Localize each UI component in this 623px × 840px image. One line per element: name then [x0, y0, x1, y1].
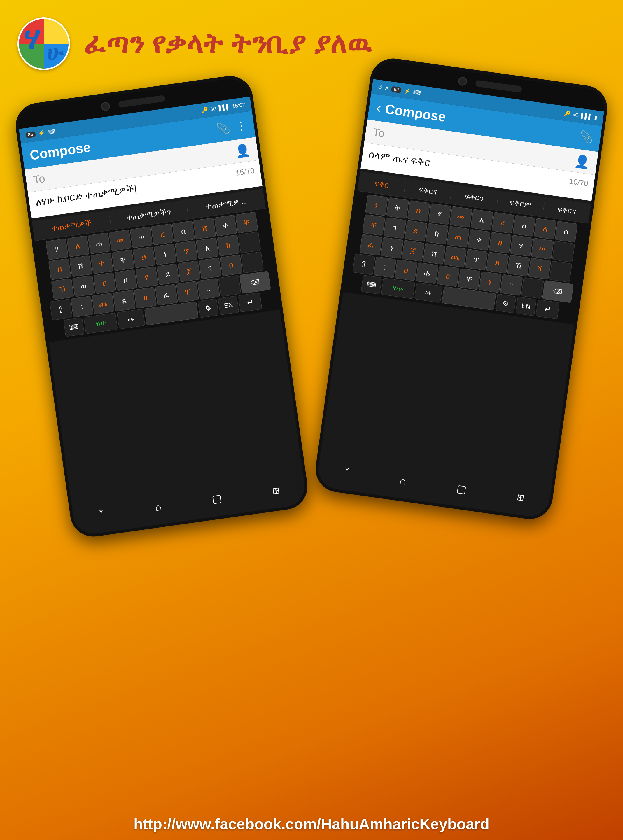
key[interactable]: ጀ [178, 261, 200, 282]
key[interactable]: ሐ [87, 233, 110, 254]
key[interactable]: የ [135, 267, 158, 288]
nav-back-left[interactable]: ˅ [98, 508, 106, 522]
key[interactable]: ተ [91, 253, 113, 274]
key[interactable]: ፐ [465, 249, 488, 271]
key[interactable]: ሸ [423, 243, 445, 265]
nav-home-right[interactable]: ⌂ [399, 474, 407, 487]
key[interactable]: : [71, 296, 93, 317]
key[interactable]: ጸ [486, 252, 509, 274]
settings-key-right[interactable]: ⚙ [495, 294, 516, 313]
key[interactable]: :: [197, 278, 220, 299]
key[interactable]: ፈ [359, 234, 382, 256]
key[interactable]: ሸ [69, 256, 92, 277]
nav-home-left[interactable]: ⌂ [154, 501, 162, 514]
preset-key-right[interactable]: ዕፋ [414, 282, 442, 303]
key[interactable]: ለ [66, 235, 89, 257]
key[interactable]: ሰ [555, 221, 577, 243]
key[interactable]: : [373, 256, 396, 278]
key[interactable]: ዘ [114, 270, 137, 291]
key[interactable]: ዐ [394, 259, 417, 281]
key[interactable]: :: [500, 274, 523, 296]
settings-key-left[interactable]: ⚙ [198, 299, 219, 318]
keyboard-switch-right[interactable]: ⌨ [361, 275, 382, 294]
key[interactable]: ነ [154, 244, 176, 265]
suggestion-right-3[interactable]: ፍቅርን [451, 190, 498, 205]
key[interactable]: ረ [151, 224, 173, 245]
key[interactable]: ለ [534, 218, 557, 239]
key[interactable]: ኸ [51, 278, 74, 300]
lang-en-left[interactable]: EN [218, 296, 239, 315]
key[interactable]: ከ [217, 235, 240, 256]
key[interactable]: ሐ [416, 262, 438, 284]
key[interactable]: ቀ [468, 229, 490, 251]
attach-icon-right[interactable]: 📎 [578, 129, 594, 144]
key[interactable]: ዐ [93, 273, 116, 294]
key[interactable]: ጠ [447, 226, 469, 248]
key[interactable]: መ [109, 230, 131, 251]
key[interactable]: ቦ [407, 200, 430, 222]
suggestion-right-4[interactable]: ፍቅርም [497, 196, 545, 212]
nav-apps-right[interactable]: ⊞ [516, 492, 525, 503]
lang-switch-left[interactable]: ሃ/ሁ [84, 313, 118, 334]
nav-apps-left[interactable]: ⊞ [272, 485, 280, 496]
suggestion-right-1[interactable]: ፍቅር [358, 177, 406, 192]
key[interactable]: ገ [383, 217, 406, 239]
backspace-key-right[interactable]: ⌫ [542, 280, 574, 303]
key[interactable]: ሠ [130, 227, 152, 248]
lang-switch-right[interactable]: ሃ/ሁ [381, 277, 415, 299]
key[interactable]: ሰ [172, 221, 195, 242]
key[interactable]: ረ [491, 212, 514, 234]
key[interactable]: ሸ [193, 218, 216, 239]
key[interactable]: ሸ [528, 258, 551, 279]
key[interactable]: ዘ [489, 232, 512, 253]
lang-en-right[interactable]: EN [516, 297, 536, 316]
key[interactable]: ቀ [214, 215, 237, 236]
key[interactable]: ደ [157, 264, 179, 285]
key[interactable]: አ [196, 238, 218, 259]
menu-icon-left[interactable]: ⋮ [235, 119, 248, 133]
keyboard-switch-left[interactable]: ⌨ [63, 317, 84, 337]
key[interactable]: ሠ [531, 238, 554, 260]
key[interactable]: ሃ [46, 239, 68, 260]
key[interactable]: የ [428, 203, 451, 225]
key[interactable]: ቦ [219, 254, 242, 276]
key[interactable]: ጨ [92, 293, 114, 314]
nav-recents-right[interactable]: ▢ [456, 483, 467, 496]
key[interactable]: ኘ [175, 241, 198, 262]
key[interactable]: አ [471, 209, 493, 231]
enter-key-left[interactable]: ↵ [238, 293, 262, 313]
key[interactable]: ፐ [176, 281, 199, 303]
backspace-key-left[interactable]: ⌫ [239, 271, 271, 294]
key[interactable]: ወ [72, 275, 95, 297]
shift-key-right[interactable]: ⇧ [352, 253, 375, 275]
key[interactable]: ቸ [111, 249, 134, 271]
key[interactable]: ቸ [457, 268, 480, 290]
key[interactable]: ገ [199, 258, 221, 279]
nav-back-right[interactable]: ˅ [343, 466, 350, 480]
key[interactable]: ት [386, 197, 409, 219]
key[interactable]: ጨ [443, 246, 466, 267]
attach-icon-left[interactable]: 📎 [215, 121, 231, 136]
back-arrow-right[interactable]: ‹ [375, 100, 382, 116]
key[interactable]: ነ [479, 271, 501, 293]
key[interactable]: ፀ [437, 265, 459, 287]
suggestion-right-5[interactable]: ፍቅርና [543, 203, 590, 218]
key[interactable]: ከ [425, 223, 448, 245]
key[interactable]: ኸ [507, 255, 530, 276]
key[interactable]: ዐ [513, 215, 535, 236]
key[interactable]: ፀ [134, 287, 157, 308]
key[interactable]: ደ [404, 220, 427, 242]
key[interactable]: መ [450, 206, 472, 228]
key[interactable]: ጀ [402, 240, 424, 262]
key[interactable]: ቸ [362, 214, 385, 236]
key[interactable]: ነ [381, 237, 403, 259]
key[interactable]: ነ [365, 194, 388, 216]
suggestion-right-2[interactable]: ፍቅርና [404, 183, 452, 199]
preset-key-left[interactable]: ዕፋ [117, 309, 145, 329]
key[interactable]: ሃ [510, 235, 532, 257]
key[interactable]: ጸ [113, 290, 135, 311]
key[interactable]: ቐ [235, 212, 258, 233]
shift-key-left[interactable]: ⇧ [49, 299, 72, 320]
key[interactable]: ፈ [155, 284, 178, 306]
key[interactable]: ኃ [132, 247, 155, 268]
